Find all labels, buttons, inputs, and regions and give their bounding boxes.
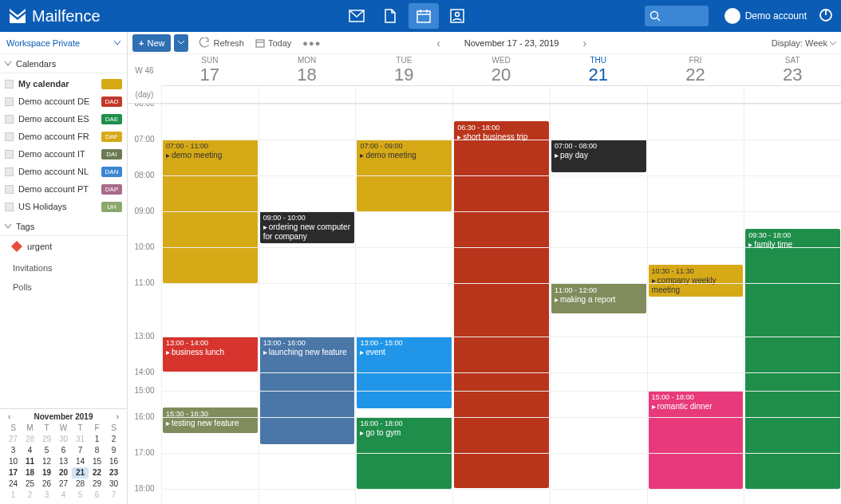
account-menu[interactable]: Demo account (725, 8, 807, 24)
new-button[interactable]: +New (132, 34, 171, 52)
minical-day[interactable]: 18 (22, 467, 38, 478)
day-header[interactable]: MON18 (259, 54, 356, 85)
minical-day[interactable]: 28 (22, 434, 38, 445)
day-column[interactable]: 09:30 - 18:00▸family time (744, 104, 841, 504)
day-header[interactable]: TUE19 (355, 54, 452, 85)
minical-day[interactable]: 7 (105, 490, 122, 501)
calendar-item[interactable]: Demo account ESDAE (0, 110, 127, 128)
minical-day[interactable]: 22 (89, 467, 105, 478)
minical-day[interactable]: 27 (55, 478, 72, 490)
minical-day[interactable]: 28 (72, 478, 89, 490)
minical-day[interactable]: 29 (89, 478, 105, 490)
calendar-item[interactable]: Demo account PTDAP (0, 180, 127, 198)
day-column[interactable]: 10:30 - 11:30▸company weekly meeting15:0… (647, 104, 744, 504)
day-header[interactable]: FRI22 (647, 54, 744, 85)
minical-day[interactable]: 11 (22, 456, 38, 467)
minical-day[interactable]: 6 (55, 445, 72, 456)
calendar-event[interactable]: 15:30 - 16:30▸testing new feature (163, 408, 258, 433)
checkbox-icon[interactable] (5, 80, 14, 89)
nav-mail[interactable] (342, 3, 372, 29)
nav-contacts[interactable] (442, 3, 472, 29)
minical-day[interactable]: 25 (22, 478, 38, 490)
minical-day[interactable]: 1 (89, 434, 105, 445)
brand-logo[interactable]: Mailfence (8, 7, 101, 26)
next-week[interactable]: › (559, 37, 610, 49)
minical-day[interactable]: 4 (55, 490, 72, 501)
minical-day[interactable]: 2 (105, 434, 122, 445)
more-button[interactable]: ●●● (302, 38, 321, 48)
day-header[interactable]: SAT23 (744, 54, 841, 85)
calendars-header[interactable]: Calendars (0, 54, 127, 73)
calendar-item[interactable]: Demo account NLDAN (0, 163, 127, 180)
minical-day[interactable]: 13 (55, 456, 72, 467)
polls-link[interactable]: Polls (0, 278, 127, 297)
prev-week[interactable]: ‹ (413, 37, 464, 49)
checkbox-icon[interactable] (5, 97, 14, 106)
today-button[interactable]: Today (255, 38, 291, 48)
invitations-link[interactable]: Invitations (0, 258, 127, 278)
calendar-event[interactable]: 13:00 - 14:00▸business lunch (163, 337, 258, 372)
checkbox-icon[interactable] (5, 203, 14, 211)
minical-day[interactable]: 3 (38, 490, 55, 501)
calendar-event[interactable]: 07:00 - 08:00▸pay day (551, 140, 646, 172)
calendar-event[interactable]: 11:00 - 12:00▸making a report (551, 283, 646, 313)
tags-header[interactable]: Tags (0, 217, 127, 236)
logout-button[interactable] (819, 8, 833, 25)
new-dropdown[interactable] (174, 34, 188, 52)
calendar-event[interactable]: 09:30 - 18:00▸family time (745, 229, 840, 489)
minical-day[interactable]: 30 (105, 478, 122, 490)
calendar-item[interactable]: My calendar (0, 75, 127, 93)
calendar-item[interactable]: Demo account DEDAD (0, 93, 127, 110)
tag-item[interactable]: urgent (0, 238, 127, 255)
minical-day[interactable]: 14 (72, 456, 89, 467)
calendar-item[interactable]: US HolidaysUH (0, 198, 127, 215)
day-column[interactable]: 07:00 - 11:00▸demo meeting13:00 - 14:00▸… (161, 104, 259, 504)
minical-day[interactable]: 10 (5, 456, 22, 467)
nav-docs[interactable] (375, 3, 405, 29)
refresh-button[interactable]: Refresh (199, 37, 244, 48)
minical-day[interactable]: 5 (72, 490, 89, 501)
search-box[interactable] (645, 6, 709, 26)
calendar-event[interactable]: 10:30 - 11:30▸company weekly meeting (649, 265, 744, 297)
day-header[interactable]: SUN17 (161, 54, 259, 85)
minical-day[interactable]: 9 (105, 445, 122, 456)
minical-day[interactable]: 7 (72, 445, 89, 456)
calendar-scroll[interactable]: 07:00 - 11:00▸demo meeting13:00 - 14:00▸… (128, 104, 841, 504)
minical-day[interactable]: 29 (38, 434, 55, 445)
calendar-event[interactable]: 06:30 - 18:00▸short business trip (454, 121, 549, 488)
workspace-selector[interactable]: Workspace Private (0, 32, 127, 54)
checkbox-icon[interactable] (5, 150, 14, 159)
minical-day[interactable]: 23 (105, 467, 122, 478)
calendar-event[interactable]: 15:00 - 18:00▸romantic dinner (649, 391, 744, 489)
day-column[interactable]: 09:00 - 10:00▸ordering new computer for … (259, 104, 356, 504)
minical-day[interactable]: 12 (38, 456, 55, 467)
day-header[interactable]: THU21 (550, 54, 647, 85)
calendar-item[interactable]: Demo account FRDAF (0, 128, 127, 145)
checkbox-icon[interactable] (5, 115, 14, 124)
minical-day[interactable]: 21 (72, 467, 89, 478)
calendar-event[interactable]: 09:00 - 10:00▸ordering new computer for … (260, 211, 355, 243)
minical-day[interactable]: 2 (22, 490, 38, 501)
day-column[interactable]: 06:30 - 18:00▸short business trip (452, 104, 550, 504)
minical-day[interactable]: 17 (5, 467, 22, 478)
minical-day[interactable]: 27 (5, 434, 22, 445)
minical-next[interactable]: › (113, 412, 122, 421)
nav-calendar[interactable] (409, 3, 439, 29)
minical-day[interactable]: 30 (55, 434, 72, 445)
minical-day[interactable]: 24 (5, 478, 22, 490)
minical-day[interactable]: 15 (89, 456, 105, 467)
calendar-item[interactable]: Demo account ITDAI (0, 145, 127, 163)
minical-day[interactable]: 31 (72, 434, 89, 445)
display-selector[interactable]: Display: Week (772, 38, 836, 48)
minical-day[interactable]: 4 (22, 445, 38, 456)
minical-day[interactable]: 19 (38, 467, 55, 478)
minical-day[interactable]: 26 (38, 478, 55, 490)
checkbox-icon[interactable] (5, 185, 14, 194)
checkbox-icon[interactable] (5, 167, 14, 176)
minical-day[interactable]: 1 (5, 490, 22, 501)
minical-day[interactable]: 5 (38, 445, 55, 456)
checkbox-icon[interactable] (5, 132, 14, 141)
minical-day[interactable]: 3 (5, 445, 22, 456)
minical-day[interactable]: 20 (55, 467, 72, 478)
day-column[interactable]: 07:00 - 08:00▸pay day11:00 - 12:00▸makin… (550, 104, 647, 504)
